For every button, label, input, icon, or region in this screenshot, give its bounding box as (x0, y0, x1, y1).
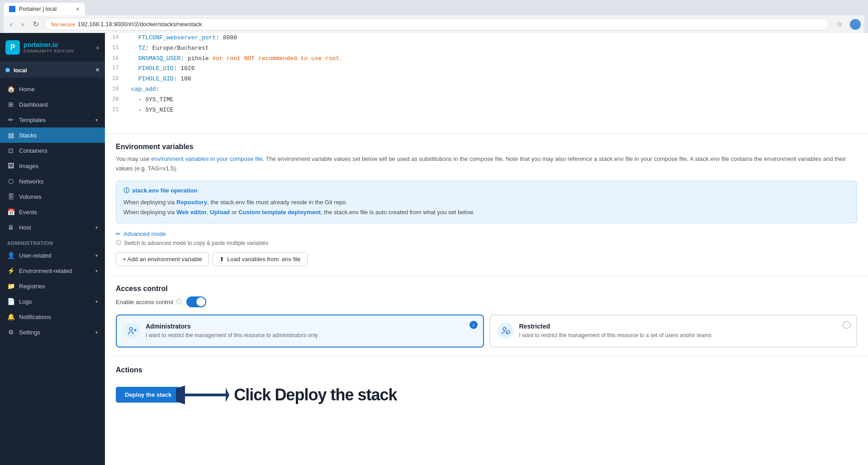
env-buttons: + Add an environment variable ⬆ Load var… (116, 252, 857, 266)
help-icon[interactable]: ⓘ (176, 298, 182, 306)
code-line-16: 16 DNSMASQ_USER: pihole #or root NOT rec… (105, 54, 868, 64)
advanced-mode-label: Advanced mode (123, 230, 166, 237)
sidebar-item-registries[interactable]: 📁 Registries (0, 278, 105, 294)
sidebar-logo: P portainer.io COMMUNITY EDITION (5, 40, 74, 55)
sidebar-item-containers[interactable]: ⊡ Containers (0, 143, 105, 158)
toggle-label-text: Enable access control (116, 299, 173, 305)
sidebar-item-settings[interactable]: ⚙ Settings ▾ (0, 324, 105, 340)
sidebar-item-home[interactable]: 🏠 Home (0, 81, 105, 97)
line-number: 21 (105, 106, 124, 115)
sidebar-item-environment-related[interactable]: ⚡ Environment-related ▾ (0, 263, 105, 278)
code-line-18: 18 PIHOLE_GID: 100 (105, 74, 868, 85)
env-desc-prefix: You may use (116, 155, 151, 162)
sidebar-item-label: User-related (19, 252, 91, 259)
sidebar-item-dashboard[interactable]: ⊞ Dashboard (0, 97, 105, 112)
enable-access-toggle[interactable] (186, 296, 206, 307)
sidebar-item-networks[interactable]: ⬡ Networks (0, 174, 105, 189)
tab-title: Portainer | local (19, 6, 72, 12)
advanced-mode-toggle[interactable]: ✏ Advanced mode (116, 230, 857, 237)
line-content: cap_add: (124, 85, 868, 94)
sidebar-item-volumes[interactable]: 🗄 Volumes (0, 189, 105, 204)
load-env-btn-text: Load variables from .env file (227, 256, 301, 263)
sidebar-item-label: Environment-related (19, 268, 91, 274)
sidebar-item-host[interactable]: 🖥 Host ▾ (0, 220, 105, 235)
sidebar-header: P portainer.io COMMUNITY EDITION « (0, 33, 105, 62)
administrators-icon (124, 323, 140, 339)
sidebar-item-stacks[interactable]: ▤ Stacks (0, 127, 105, 143)
env-close-button[interactable]: × (95, 66, 100, 74)
sidebar-item-events[interactable]: 📅 Events (0, 204, 105, 220)
sidebar-item-label: Host (19, 224, 91, 231)
administrators-card[interactable]: Administrators I want to restrict the ma… (116, 315, 484, 348)
logs-icon: 📄 (7, 298, 14, 305)
sidebar-item-label: Settings (19, 329, 91, 336)
web-editor-link[interactable]: Web editor (176, 209, 207, 216)
info-box-body: When deploying via Repository, the stack… (123, 197, 849, 217)
restricted-radio[interactable] (843, 321, 851, 329)
code-line-15: 15 TZ: Europe/Bucharest (105, 43, 868, 54)
reload-button[interactable]: ↻ (30, 18, 42, 30)
sidebar-collapse-button[interactable]: « (96, 44, 100, 51)
home-icon: 🏠 (7, 85, 14, 93)
code-line-17: 17 PIHOLE_UID: 1026 (105, 64, 868, 74)
networks-icon: ⬡ (7, 178, 14, 185)
env-section-description: You may use environment variables in you… (116, 155, 857, 174)
browser-tab[interactable]: Portainer | local × (4, 3, 85, 15)
add-env-variable-button[interactable]: + Add an environment variable (116, 252, 209, 266)
bookmark-icon[interactable]: ☆ (836, 20, 843, 28)
forward-button[interactable]: › (19, 19, 26, 30)
custom-template-link[interactable]: Custom template deployment (238, 209, 321, 216)
sidebar-item-label: Containers (19, 147, 98, 154)
back-button[interactable]: ‹ (7, 19, 15, 30)
tab-favicon (9, 6, 15, 12)
line-number: 14 (105, 33, 124, 43)
sidebar-item-label: Registries (19, 283, 98, 290)
env-compose-link[interactable]: environment variables in your compose fi… (151, 155, 262, 162)
info-box-title: ⓘ stack.env file operation (123, 187, 849, 195)
sidebar-item-logs[interactable]: 📄 Logs ▾ (0, 294, 105, 309)
code-line-14: 14 FTLCONF_webserver_port: 8080 (105, 33, 868, 43)
administrators-desc: I want to restrict the management of thi… (146, 332, 476, 339)
sidebar-item-templates[interactable]: ✏ Templates ▾ (0, 112, 105, 127)
sidebar-item-label: Images (19, 163, 98, 169)
chevron-down-icon: ▾ (95, 330, 98, 335)
tab-close-button[interactable]: × (76, 5, 80, 13)
profile-icon[interactable] (850, 19, 861, 30)
sidebar-item-images[interactable]: 🖼 Images (0, 158, 105, 174)
restricted-card[interactable]: Restricted I want to restrict the manage… (489, 315, 858, 348)
notifications-icon: 🔔 (7, 313, 14, 320)
repository-link[interactable]: Repository (176, 199, 207, 206)
line-content: TZ: Europe/Bucharest (124, 44, 868, 53)
app-container: P portainer.io COMMUNITY EDITION « local… (0, 33, 868, 465)
advanced-mode-hint-text: Switch to advanced mode to copy & paste … (124, 240, 269, 246)
stacks-icon: ▤ (7, 132, 14, 139)
upload-link[interactable]: Upload (210, 209, 230, 216)
sidebar-item-label: Events (19, 209, 98, 216)
enable-access-label: Enable access control ⓘ (116, 298, 182, 306)
restricted-title: Restricted (519, 323, 849, 330)
browser-chrome: Portainer | local × ‹ › ↻ Not secure 192… (0, 0, 868, 33)
address-bar[interactable]: Not secure 192.168.1.18:9000/#!/2/docker… (45, 18, 829, 30)
environment-selector[interactable]: local × (0, 62, 105, 78)
sidebar-logo-text: portainer.io COMMUNITY EDITION (24, 41, 74, 54)
info-title-text: stack.env file operation (132, 187, 198, 194)
sidebar-item-label: Networks (19, 178, 98, 185)
administrators-radio[interactable] (470, 321, 478, 329)
sidebar-item-label: Volumes (19, 193, 98, 200)
sidebar-item-user-related[interactable]: 👤 User-related ▾ (0, 248, 105, 263)
security-warning: Not secure (51, 22, 75, 27)
info-line-1: When deploying via Repository, the stack… (123, 197, 849, 207)
chevron-down-icon: ▾ (95, 117, 98, 122)
code-editor: 14 FTLCONF_webserver_port: 8080 15 TZ: E… (105, 33, 868, 134)
actions-title: Actions (116, 366, 857, 374)
containers-icon: ⊡ (7, 147, 14, 154)
actions-section: Actions Deploy the stack Click Deploy th… (105, 357, 868, 427)
volumes-icon: 🗄 (7, 193, 14, 200)
code-line-20: 20 - SYS_TIME (105, 95, 868, 105)
deploy-stack-button[interactable]: Deploy the stack (116, 387, 180, 403)
info-line-2: When deploying via Web editor, Upload or… (123, 207, 849, 217)
load-env-file-button[interactable]: ⬆ Load variables from .env file (213, 252, 308, 266)
sidebar-item-notifications[interactable]: 🔔 Notifications (0, 309, 105, 324)
logo-subtitle: COMMUNITY EDITION (24, 49, 74, 54)
line-number: 20 (105, 95, 124, 105)
